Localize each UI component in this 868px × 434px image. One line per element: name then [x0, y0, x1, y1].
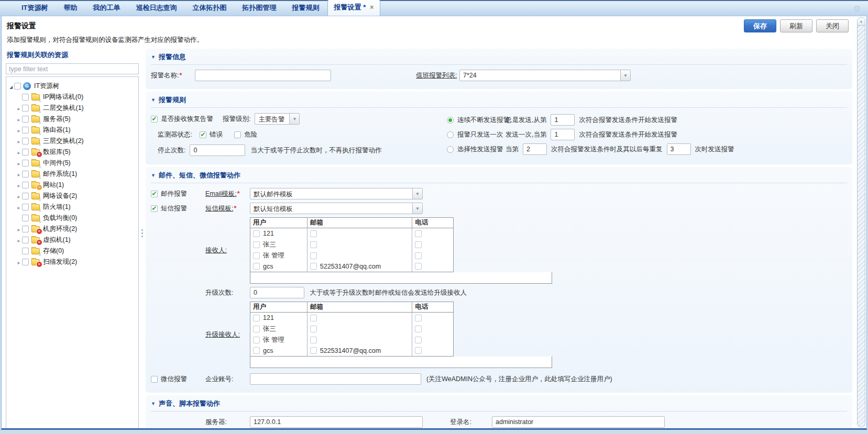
tree-checkbox[interactable] — [22, 171, 29, 177]
refresh-button[interactable]: 刷新 — [780, 19, 812, 32]
expand-arrow-icon[interactable] — [16, 127, 22, 134]
tree-checkbox[interactable] — [22, 149, 29, 155]
tree-item[interactable]: 网站(1) — [8, 180, 137, 191]
tree-checkbox[interactable] — [22, 138, 29, 144]
send-selective-radio[interactable] — [447, 146, 454, 153]
close-button[interactable]: 关闭 — [816, 19, 849, 32]
vertical-scrollbar[interactable]: ▲ — [857, 17, 865, 427]
phone-checkbox[interactable] — [415, 263, 422, 270]
email-checkbox[interactable] — [310, 241, 317, 248]
selective-start-count-input[interactable] — [523, 143, 547, 155]
scroll-up-icon[interactable]: ▲ — [858, 18, 865, 26]
user-checkbox[interactable] — [253, 315, 260, 321]
expand-arrow-icon[interactable] — [16, 226, 22, 233]
expand-arrow-icon[interactable] — [16, 138, 22, 145]
phone-checkbox[interactable] — [415, 347, 422, 354]
tree-checkbox[interactable] — [22, 127, 29, 133]
section-header-alarm-info[interactable]: ▼ 报警信息 — [151, 50, 847, 65]
tab-topology-mgmt[interactable]: 拓扑图管理 — [235, 1, 284, 16]
email-checkbox[interactable] — [310, 326, 317, 332]
tab-3d-topology[interactable]: 立体拓扑图 — [185, 1, 235, 16]
continuous-start-count-input[interactable] — [551, 114, 575, 126]
login-name-input[interactable] — [492, 416, 665, 428]
expand-arrow-icon[interactable] — [16, 149, 22, 156]
email-checkbox[interactable] — [310, 252, 317, 259]
state-danger-checkbox[interactable] — [234, 131, 241, 138]
splitter-handle-icon[interactable] — [141, 229, 143, 231]
tree-checkbox[interactable] — [22, 182, 29, 188]
tree-checkbox[interactable] — [22, 215, 29, 221]
phone-checkbox[interactable] — [415, 337, 422, 343]
sound-server-input[interactable] — [250, 416, 423, 428]
user-checkbox[interactable] — [253, 337, 260, 343]
tab-inspection-log[interactable]: 巡检日志查询 — [128, 1, 185, 16]
tree-item[interactable]: 中间件(5) — [8, 158, 137, 169]
email-checkbox[interactable] — [310, 315, 317, 321]
stop-count-input[interactable] — [190, 144, 245, 156]
email-alarm-checkbox[interactable] — [151, 191, 158, 197]
tree-item[interactable]: 二层交换机(1) — [8, 103, 137, 114]
tree-item[interactable]: 邮件系统(1) — [8, 169, 137, 180]
tree-item[interactable]: 虚拟机(1) — [8, 235, 137, 246]
expand-arrow-icon[interactable] — [16, 171, 22, 178]
expand-arrow-icon[interactable] — [8, 83, 14, 90]
once-start-count-input[interactable] — [551, 129, 575, 140]
tree-checkbox[interactable] — [22, 226, 29, 232]
tree-item[interactable]: 负载均衡(0) — [8, 213, 137, 224]
email-checkbox[interactable] — [310, 263, 317, 270]
user-checkbox[interactable] — [253, 347, 260, 354]
state-error-checkbox[interactable] — [200, 131, 206, 138]
tree-item[interactable]: 扫描发现(2) — [8, 257, 137, 268]
expand-arrow-icon[interactable] — [16, 193, 22, 200]
upgrade-count-input[interactable] — [250, 287, 304, 298]
tree-checkbox[interactable] — [22, 105, 29, 112]
email-checkbox[interactable] — [310, 337, 317, 343]
tree-checkbox[interactable] — [22, 248, 29, 254]
recovery-alarm-checkbox[interactable] — [151, 116, 158, 123]
tab-help[interactable]: 帮助 — [56, 1, 85, 16]
expand-arrow-icon[interactable] — [16, 116, 22, 123]
tab-it-resource-tree[interactable]: IT资源树 — [14, 1, 56, 16]
section-header-alarm-rule[interactable]: ▼ 报警规则 — [151, 93, 847, 108]
phone-checkbox[interactable] — [415, 326, 422, 332]
user-checkbox[interactable] — [253, 230, 260, 237]
tab-alarm-rules[interactable]: 报警规则 — [284, 1, 327, 16]
enterprise-account-input[interactable] — [250, 373, 421, 385]
gear-icon[interactable]: ⚙ — [853, 4, 861, 14]
duty-alarm-list-select[interactable]: 7*24 ▼ — [459, 70, 631, 81]
section-header-message-action[interactable]: ▼ 邮件、短信、微信报警动作 — [151, 168, 847, 183]
alarm-level-select[interactable]: 主要告警 ▼ — [255, 113, 300, 125]
sidebar-splitter[interactable] — [139, 49, 146, 430]
tree-checkbox[interactable] — [22, 204, 29, 210]
email-template-select[interactable]: 默认邮件模板 ▼ — [250, 188, 423, 199]
phone-checkbox[interactable] — [415, 241, 422, 248]
tree-checkbox[interactable] — [22, 193, 29, 199]
tree-filter-input[interactable] — [6, 63, 139, 74]
phone-checkbox[interactable] — [415, 230, 422, 237]
tree-checkbox[interactable] — [22, 237, 29, 243]
user-checkbox[interactable] — [253, 241, 260, 248]
tree-checkbox[interactable] — [22, 259, 29, 265]
expand-arrow-icon[interactable] — [16, 237, 22, 244]
sms-alarm-checkbox[interactable] — [151, 205, 158, 212]
expand-arrow-icon[interactable] — [16, 204, 22, 211]
tree-item[interactable]: 服务器(5) — [8, 114, 137, 125]
email-checkbox[interactable] — [310, 230, 317, 237]
close-icon[interactable]: × — [370, 5, 373, 10]
chevron-down-icon[interactable]: ▼ — [289, 114, 299, 124]
tree-checkbox[interactable] — [22, 94, 29, 101]
tab-alarm-settings[interactable]: 报警设置 * × — [327, 0, 381, 16]
user-checkbox[interactable] — [253, 263, 260, 270]
expand-arrow-icon[interactable] — [16, 105, 22, 112]
tree-item[interactable]: 防火墙(1) — [8, 202, 137, 213]
chevron-down-icon[interactable]: ▼ — [620, 70, 630, 81]
expand-arrow-icon[interactable] — [16, 160, 22, 167]
tree-item[interactable]: 网络设备(2) — [8, 191, 137, 202]
tree-checkbox[interactable] — [22, 160, 29, 166]
tree-checkbox[interactable] — [22, 116, 29, 123]
expand-arrow-icon[interactable] — [16, 182, 22, 189]
send-once-radio[interactable] — [447, 131, 454, 138]
tree-item[interactable]: 数据库(5) — [8, 147, 137, 158]
tree-item[interactable]: 路由器(1) — [8, 125, 137, 136]
sms-template-select[interactable]: 默认短信模板 ▼ — [250, 203, 423, 214]
